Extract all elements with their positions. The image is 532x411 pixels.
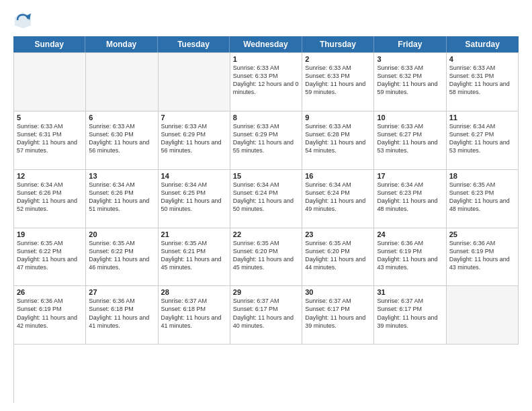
day-info-19: Sunrise: 6:35 AM Sunset: 6:22 PM Dayligh…: [17, 239, 83, 272]
day-number-29: 29: [233, 288, 299, 296]
day-info-14: Sunrise: 6:34 AM Sunset: 6:25 PM Dayligh…: [161, 181, 227, 214]
day-number-28: 28: [161, 288, 227, 296]
day-info-7: Sunrise: 6:33 AM Sunset: 6:29 PM Dayligh…: [161, 122, 227, 155]
day-number-6: 6: [89, 113, 154, 122]
day-number-14: 14: [161, 172, 227, 180]
day-info-29: Sunrise: 6:37 AM Sunset: 6:17 PM Dayligh…: [233, 297, 299, 330]
day-info-25: Sunrise: 6:36 AM Sunset: 6:19 PM Dayligh…: [449, 239, 515, 272]
day-info-16: Sunrise: 6:34 AM Sunset: 6:24 PM Dayligh…: [305, 181, 371, 214]
day-number-30: 30: [305, 288, 371, 296]
day-number-21: 21: [161, 230, 227, 238]
day-cell-10: 10Sunrise: 6:33 AM Sunset: 6:27 PM Dayli…: [374, 111, 446, 169]
day-number-1: 1: [233, 55, 299, 63]
day-number-3: 3: [377, 55, 443, 63]
logo-icon: [13, 11, 32, 30]
day-info-26: Sunrise: 6:36 AM Sunset: 6:19 PM Dayligh…: [17, 297, 83, 330]
day-cell-8: 8Sunrise: 6:33 AM Sunset: 6:29 PM Daylig…: [230, 111, 302, 169]
day-number-24: 24: [377, 230, 443, 238]
empty-cell: [14, 53, 86, 111]
day-cell-23: 23Sunrise: 6:35 AM Sunset: 6:20 PM Dayli…: [302, 228, 374, 286]
day-cell-20: 20Sunrise: 6:35 AM Sunset: 6:22 PM Dayli…: [86, 228, 158, 286]
calendar-body: 1Sunrise: 6:33 AM Sunset: 6:33 PM Daylig…: [13, 52, 519, 403]
day-cell-4: 4Sunrise: 6:33 AM Sunset: 6:31 PM Daylig…: [447, 53, 519, 111]
week-row-3: 12Sunrise: 6:34 AM Sunset: 6:26 PM Dayli…: [14, 170, 519, 228]
day-cell-21: 21Sunrise: 6:35 AM Sunset: 6:21 PM Dayli…: [159, 228, 230, 286]
day-cell-9: 9Sunrise: 6:33 AM Sunset: 6:28 PM Daylig…: [302, 111, 374, 169]
day-cell-6: 6Sunrise: 6:33 AM Sunset: 6:30 PM Daylig…: [86, 111, 158, 169]
day-info-4: Sunrise: 6:33 AM Sunset: 6:31 PM Dayligh…: [449, 64, 515, 97]
day-number-16: 16: [305, 172, 371, 180]
day-cell-26: 26Sunrise: 6:36 AM Sunset: 6:19 PM Dayli…: [14, 286, 86, 344]
day-cell-11: 11Sunrise: 6:34 AM Sunset: 6:27 PM Dayli…: [447, 111, 519, 169]
day-cell-16: 16Sunrise: 6:34 AM Sunset: 6:24 PM Dayli…: [302, 170, 374, 228]
day-cell-2: 2Sunrise: 6:33 AM Sunset: 6:33 PM Daylig…: [302, 53, 374, 111]
logo: [13, 11, 35, 30]
day-info-22: Sunrise: 6:35 AM Sunset: 6:20 PM Dayligh…: [233, 239, 299, 272]
calendar: SundayMondayTuesdayWednesdayThursdayFrid…: [13, 36, 519, 403]
calendar-header: SundayMondayTuesdayWednesdayThursdayFrid…: [13, 36, 519, 52]
day-info-13: Sunrise: 6:34 AM Sunset: 6:26 PM Dayligh…: [89, 181, 154, 214]
day-number-20: 20: [89, 230, 154, 238]
day-info-21: Sunrise: 6:35 AM Sunset: 6:21 PM Dayligh…: [161, 239, 227, 272]
day-cell-14: 14Sunrise: 6:34 AM Sunset: 6:25 PM Dayli…: [159, 170, 230, 228]
header-day-thursday: Thursday: [302, 36, 374, 52]
day-cell-30: 30Sunrise: 6:37 AM Sunset: 6:17 PM Dayli…: [302, 286, 374, 344]
day-number-19: 19: [17, 230, 83, 238]
day-info-11: Sunrise: 6:34 AM Sunset: 6:27 PM Dayligh…: [449, 122, 515, 155]
header-day-saturday: Saturday: [447, 36, 519, 52]
day-info-31: Sunrise: 6:37 AM Sunset: 6:17 PM Dayligh…: [377, 297, 443, 330]
empty-cell: [447, 286, 519, 344]
day-cell-5: 5Sunrise: 6:33 AM Sunset: 6:31 PM Daylig…: [14, 111, 86, 169]
day-info-27: Sunrise: 6:36 AM Sunset: 6:18 PM Dayligh…: [89, 297, 154, 330]
day-number-11: 11: [449, 113, 515, 122]
day-cell-19: 19Sunrise: 6:35 AM Sunset: 6:22 PM Dayli…: [14, 228, 86, 286]
empty-cell: [86, 53, 158, 111]
day-info-6: Sunrise: 6:33 AM Sunset: 6:30 PM Dayligh…: [89, 122, 154, 155]
week-row-5: 26Sunrise: 6:36 AM Sunset: 6:19 PM Dayli…: [14, 286, 519, 345]
day-cell-25: 25Sunrise: 6:36 AM Sunset: 6:19 PM Dayli…: [447, 228, 519, 286]
day-number-17: 17: [377, 172, 443, 180]
day-number-25: 25: [449, 230, 515, 238]
day-info-24: Sunrise: 6:36 AM Sunset: 6:19 PM Dayligh…: [377, 239, 443, 272]
day-info-2: Sunrise: 6:33 AM Sunset: 6:33 PM Dayligh…: [305, 64, 371, 97]
day-number-2: 2: [305, 55, 371, 63]
day-number-13: 13: [89, 172, 154, 180]
day-info-9: Sunrise: 6:33 AM Sunset: 6:28 PM Dayligh…: [305, 122, 371, 155]
day-info-20: Sunrise: 6:35 AM Sunset: 6:22 PM Dayligh…: [89, 239, 154, 272]
day-info-1: Sunrise: 6:33 AM Sunset: 6:33 PM Dayligh…: [233, 64, 299, 97]
empty-cell: [159, 53, 230, 111]
day-cell-12: 12Sunrise: 6:34 AM Sunset: 6:26 PM Dayli…: [14, 170, 86, 228]
day-number-8: 8: [233, 113, 299, 122]
day-number-26: 26: [17, 288, 83, 296]
day-cell-29: 29Sunrise: 6:37 AM Sunset: 6:17 PM Dayli…: [230, 286, 302, 344]
day-cell-27: 27Sunrise: 6:36 AM Sunset: 6:18 PM Dayli…: [86, 286, 158, 344]
day-number-12: 12: [17, 172, 83, 180]
day-cell-31: 31Sunrise: 6:37 AM Sunset: 6:17 PM Dayli…: [374, 286, 446, 344]
day-info-5: Sunrise: 6:33 AM Sunset: 6:31 PM Dayligh…: [17, 122, 83, 155]
header-day-tuesday: Tuesday: [158, 36, 230, 52]
week-row-2: 5Sunrise: 6:33 AM Sunset: 6:31 PM Daylig…: [14, 111, 519, 170]
day-cell-28: 28Sunrise: 6:37 AM Sunset: 6:18 PM Dayli…: [159, 286, 230, 344]
page: SundayMondayTuesdayWednesdayThursdayFrid…: [0, 0, 532, 411]
day-cell-7: 7Sunrise: 6:33 AM Sunset: 6:29 PM Daylig…: [159, 111, 230, 169]
day-cell-22: 22Sunrise: 6:35 AM Sunset: 6:20 PM Dayli…: [230, 228, 302, 286]
day-info-8: Sunrise: 6:33 AM Sunset: 6:29 PM Dayligh…: [233, 122, 299, 155]
day-info-17: Sunrise: 6:34 AM Sunset: 6:23 PM Dayligh…: [377, 181, 443, 214]
day-cell-1: 1Sunrise: 6:33 AM Sunset: 6:33 PM Daylig…: [230, 53, 302, 111]
day-number-5: 5: [17, 113, 83, 122]
day-cell-18: 18Sunrise: 6:35 AM Sunset: 6:23 PM Dayli…: [447, 170, 519, 228]
day-info-15: Sunrise: 6:34 AM Sunset: 6:24 PM Dayligh…: [233, 181, 299, 214]
day-cell-24: 24Sunrise: 6:36 AM Sunset: 6:19 PM Dayli…: [374, 228, 446, 286]
week-row-1: 1Sunrise: 6:33 AM Sunset: 6:33 PM Daylig…: [14, 53, 519, 111]
day-info-30: Sunrise: 6:37 AM Sunset: 6:17 PM Dayligh…: [305, 297, 371, 330]
day-number-23: 23: [305, 230, 371, 238]
day-number-15: 15: [233, 172, 299, 180]
day-info-12: Sunrise: 6:34 AM Sunset: 6:26 PM Dayligh…: [17, 181, 83, 214]
header-day-wednesday: Wednesday: [230, 36, 302, 52]
day-cell-17: 17Sunrise: 6:34 AM Sunset: 6:23 PM Dayli…: [374, 170, 446, 228]
week-row-4: 19Sunrise: 6:35 AM Sunset: 6:22 PM Dayli…: [14, 228, 519, 287]
day-number-9: 9: [305, 113, 371, 122]
header-day-sunday: Sunday: [13, 36, 85, 52]
header-day-friday: Friday: [374, 36, 446, 52]
header-day-monday: Monday: [85, 36, 157, 52]
